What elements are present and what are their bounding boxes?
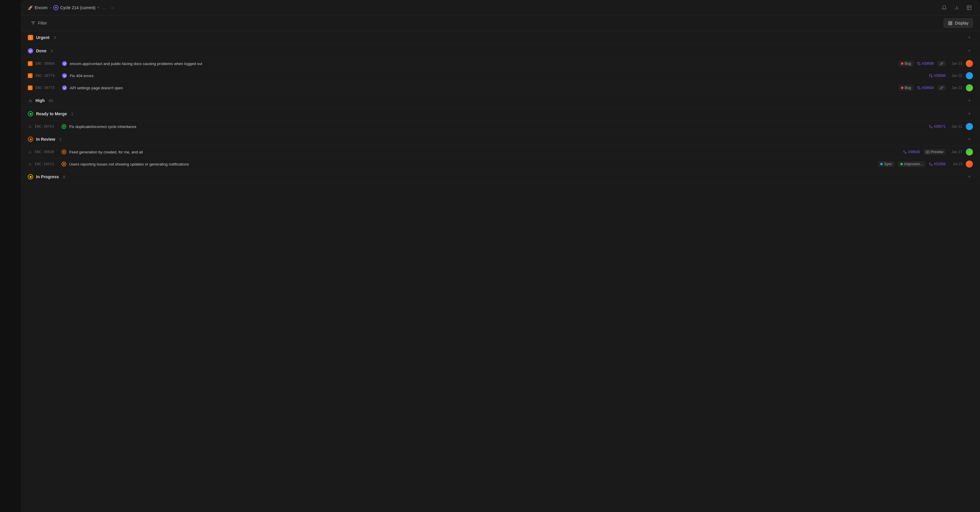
avatar xyxy=(966,84,973,91)
pr-link[interactable]: #39571 xyxy=(929,124,946,128)
section-in-review[interactable]: In Review 2 + xyxy=(21,133,980,146)
svg-rect-12 xyxy=(951,23,952,25)
section-done[interactable]: Done 3 + xyxy=(21,44,980,58)
issue-date: Jan 22 xyxy=(949,74,962,78)
pr-number: #39604 xyxy=(922,86,934,90)
filter-icon xyxy=(31,21,35,25)
svg-point-15 xyxy=(929,74,930,75)
bug-label: Bug xyxy=(905,62,911,66)
issue-date: Jan 17 xyxy=(949,150,962,154)
svg-point-30 xyxy=(905,152,906,154)
avatar xyxy=(966,148,973,155)
pr-link[interactable]: #39698 xyxy=(917,62,934,66)
issue-title: Users reporting issues not showing updat… xyxy=(69,162,878,166)
section-ready-left: Ready to Merge 1 xyxy=(28,111,73,116)
issue-id: ENC-30640 xyxy=(35,150,59,154)
bug-tag: Bug xyxy=(899,85,913,91)
section-high-title: High xyxy=(35,98,45,103)
section-ready-add[interactable]: + xyxy=(966,110,973,117)
breadcrumb-cycle[interactable]: Cycle 214 (current) ▾ xyxy=(53,5,99,10)
section-review-add[interactable]: + xyxy=(966,136,973,143)
table-row[interactable]: ENC-30754 Fix duplicate/incorrect cycle … xyxy=(21,120,980,133)
svg-point-18 xyxy=(920,89,920,89)
issue-left: ! ENC-30866 encom.app/contact and public… xyxy=(28,61,899,66)
layout-button[interactable] xyxy=(965,4,973,11)
bars-icon xyxy=(28,150,32,154)
camera-icon xyxy=(926,150,929,154)
pr-link[interactable]: #39645 xyxy=(903,150,920,154)
section-done-add[interactable]: + xyxy=(966,47,973,54)
display-button[interactable]: Display xyxy=(943,18,973,28)
in-review-icon xyxy=(28,136,33,142)
table-row[interactable]: ! ENC-30775 API settings page doesn't op… xyxy=(21,82,980,94)
table-row[interactable]: ! ENC-30866 encom.app/contact and public… xyxy=(21,58,980,70)
star-button[interactable]: ☆ xyxy=(110,4,116,11)
header: 🚀 Encom > Cycle 214 (current) ▾ ... ☆ xyxy=(21,0,980,15)
issue-left: ! ENC-30774 Fix 404 errors xyxy=(28,73,929,78)
breadcrumb-separator: > xyxy=(49,6,51,10)
display-icon xyxy=(948,21,953,25)
table-row[interactable]: ENC-24511 Users reporting issues not sho… xyxy=(21,158,980,170)
section-progress-add[interactable]: + xyxy=(966,173,973,180)
analytics-button[interactable] xyxy=(953,4,961,11)
cycle-label: Cycle 214 (current) xyxy=(60,5,95,10)
notifications-button[interactable] xyxy=(940,4,948,11)
section-urgent[interactable]: ! Urgent 3 + xyxy=(21,31,980,44)
issue-right: #39584 Jan 22 xyxy=(929,72,973,79)
pr-link[interactable]: #39584 xyxy=(929,74,946,78)
svg-point-13 xyxy=(918,62,918,63)
header-left: 🚀 Encom > Cycle 214 (current) ▾ ... ☆ xyxy=(28,4,116,11)
issue-date: Jan 22 xyxy=(949,86,962,90)
avatar xyxy=(966,72,973,79)
section-progress-title: In Progress xyxy=(36,174,59,179)
status-done-icon xyxy=(62,61,67,66)
section-high[interactable]: High 65 + xyxy=(21,94,980,107)
pr-link[interactable]: #39604 xyxy=(917,86,934,90)
svg-rect-9 xyxy=(949,21,950,22)
app-name: Encom xyxy=(35,5,48,10)
bug-tag: Bug xyxy=(899,60,913,67)
section-in-progress[interactable]: In Progress 8 + xyxy=(21,170,980,184)
issue-right: #39571 Jan 21 xyxy=(929,123,973,130)
check-sm-icon xyxy=(63,62,66,65)
more-options-button[interactable]: ... xyxy=(101,4,108,11)
check-icon xyxy=(29,49,32,52)
link-badge xyxy=(937,61,946,66)
improvement-label: Improvem... xyxy=(904,162,923,166)
link-icon xyxy=(940,86,943,90)
done-icon xyxy=(28,48,33,54)
svg-point-31 xyxy=(904,151,905,151)
rocket-icon: 🚀 xyxy=(28,5,33,10)
improvement-tag: Improvem... xyxy=(898,161,925,167)
pr-link[interactable]: #31856 xyxy=(929,162,946,166)
main-content: 🚀 Encom > Cycle 214 (current) ▾ ... ☆ xyxy=(21,0,980,512)
breadcrumb-app[interactable]: 🚀 Encom xyxy=(28,5,48,10)
issue-date: Jan 21 xyxy=(949,124,962,128)
app-container: 🚀 Encom > Cycle 214 (current) ▾ ... ☆ xyxy=(0,0,980,512)
header-right xyxy=(940,4,973,11)
chart-icon xyxy=(954,5,959,10)
sync-label: Sync xyxy=(884,162,892,166)
pr-number: #39698 xyxy=(922,62,934,66)
section-ready-title: Ready to Merge xyxy=(36,111,67,116)
issue-right: Sync Improvem... #31856 Jul 23 xyxy=(878,160,973,168)
avatar xyxy=(966,60,973,67)
issue-id: ENC-30774 xyxy=(35,74,59,78)
git-merge-icon xyxy=(903,150,907,154)
table-row[interactable]: ! ENC-30774 Fix 404 errors #39584 xyxy=(21,70,980,82)
sidebar-spacer xyxy=(0,0,21,512)
git-branch-icon xyxy=(917,86,921,90)
section-urgent-title: Urgent xyxy=(36,35,49,40)
toolbar: Filter Display xyxy=(21,15,980,31)
section-high-add[interactable]: + xyxy=(966,97,973,104)
section-ready-merge[interactable]: Ready to Merge 1 + xyxy=(21,107,980,120)
section-urgent-add[interactable]: + xyxy=(966,34,973,41)
section-high-left: High 65 xyxy=(28,98,53,103)
svg-point-37 xyxy=(929,163,930,163)
high-priority-icon xyxy=(28,98,33,103)
section-review-title: In Review xyxy=(36,137,55,142)
table-row[interactable]: ENC-30640 Feed generation by created, fo… xyxy=(21,146,980,158)
filter-button[interactable]: Filter xyxy=(28,19,50,27)
urgent-icon: ! xyxy=(28,35,33,40)
git-branch-icon xyxy=(917,62,921,66)
